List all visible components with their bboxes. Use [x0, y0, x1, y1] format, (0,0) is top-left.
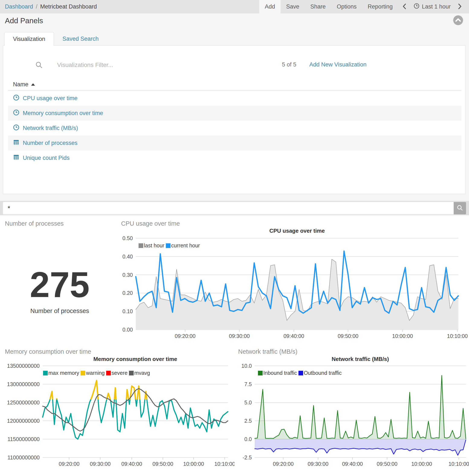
visualizations-list: CPU usage over time Memory consumption o… — [8, 91, 461, 165]
chevron-left-icon — [402, 3, 407, 10]
options-menu-button[interactable]: Options — [331, 0, 362, 14]
svg-text:09:40:00: 09:40:00 — [121, 461, 142, 467]
legend-swatch — [299, 371, 303, 376]
time-forward-button[interactable] — [454, 0, 466, 14]
svg-text:09:50:00: 09:50:00 — [338, 333, 358, 339]
svg-text:13000000000: 13000000000 — [7, 381, 40, 387]
clock-icon — [13, 109, 19, 117]
panel-title: CPU usage over time — [121, 220, 180, 227]
table-icon — [13, 154, 19, 162]
svg-text:13500000000: 13500000000 — [7, 363, 40, 369]
panel-memory-consumption: Memory consumption over time 13500000000… — [0, 345, 234, 476]
add-panels-section: Add Panels Visualization Saved Search 5 … — [0, 14, 469, 201]
svg-text:2.5: 2.5 — [244, 418, 252, 424]
visualization-row-label: Network traffic (MB/s) — [23, 125, 78, 131]
network-traffic-chart: 10.07.55.02.50.0-2.509:20:0009:30:0009:4… — [234, 345, 469, 476]
svg-text:0.10: 0.10 — [122, 308, 133, 314]
top-menu: Add Save Share Options Reporting Last 1 … — [259, 0, 469, 14]
timepicker-button[interactable]: Last 1 hour — [411, 0, 454, 14]
legend-label: warning — [86, 370, 105, 376]
svg-text:10.0: 10.0 — [241, 363, 252, 369]
svg-text:Memory consumption over time: Memory consumption over time — [93, 356, 177, 362]
legend-item[interactable]: max memory — [43, 370, 79, 376]
visualization-row-memory-consumption[interactable]: Memory consumption over time — [8, 106, 461, 121]
legend-swatch — [43, 371, 48, 376]
svg-text:0.40: 0.40 — [122, 254, 133, 260]
breadcrumb-dashboard-link[interactable]: Dashboard — [5, 3, 33, 10]
save-menu-button[interactable]: Save — [281, 0, 305, 14]
svg-text:0.50: 0.50 — [122, 235, 133, 241]
collapse-panel-button[interactable] — [453, 15, 463, 25]
chevron-up-icon — [455, 18, 461, 22]
legend-label: current hour — [171, 243, 200, 249]
dashboard-grid: Number of processes 275 Number of proces… — [0, 215, 469, 476]
svg-text:0.00: 0.00 — [122, 327, 133, 333]
legend-item[interactable]: current hour — [166, 243, 200, 249]
name-column-header[interactable]: Name — [8, 79, 461, 91]
add-menu-button[interactable]: Add — [259, 0, 281, 14]
breadcrumb: Dashboard / Metricbeat Dashboard — [0, 0, 97, 14]
visualization-row-label: Memory consumption over time — [23, 110, 103, 116]
tab-saved-search[interactable]: Saved Search — [54, 32, 107, 45]
visualization-row-number-of-processes[interactable]: Number of processes — [8, 135, 461, 150]
svg-text:09:20:00: 09:20:00 — [59, 461, 80, 467]
svg-text:12000000000: 12000000000 — [7, 418, 40, 424]
svg-text:09:20:00: 09:20:00 — [175, 333, 196, 339]
svg-text:0.20: 0.20 — [122, 290, 133, 296]
panel-network-traffic: Network traffic (MB/s) 10.07.55.02.50.0-… — [234, 345, 469, 476]
cpu-chart-svg: 0.500.400.300.200.100.0009:20:0009:30:00… — [119, 217, 469, 342]
panel-title: Memory consumption over time — [5, 348, 91, 355]
legend-swatch — [129, 371, 134, 376]
legend-item[interactable]: last hour — [139, 243, 164, 249]
svg-text:10:10:00: 10:10:00 — [449, 461, 469, 467]
svg-text:5.0: 5.0 — [244, 399, 252, 406]
time-backward-button[interactable] — [398, 0, 411, 14]
reporting-menu-button[interactable]: Reporting — [362, 0, 398, 14]
legend-label: Outbound traffic — [304, 370, 341, 376]
breadcrumb-separator: / — [36, 3, 37, 10]
memory-chart-svg: 1350000000013000000000125000000001200000… — [0, 345, 234, 476]
svg-text:-2.5: -2.5 — [243, 455, 252, 460]
visualizations-table: Name CPU usage over time Memory consumpt… — [8, 79, 461, 165]
tab-visualization[interactable]: Visualization — [4, 32, 54, 46]
share-menu-button[interactable]: Share — [305, 0, 331, 14]
legend-label: last hour — [144, 243, 164, 249]
legend-item[interactable]: severe — [106, 370, 128, 376]
visualizations-filter-input[interactable] — [57, 59, 194, 71]
name-header-label: Name — [13, 81, 28, 88]
legend-label: Inbound traffic — [263, 370, 297, 376]
memory-legend: max memorywarningseveremvavg — [43, 370, 151, 376]
visualization-row-unique-count-pids[interactable]: Unique count Pids — [8, 150, 461, 165]
svg-text:7.5: 7.5 — [244, 381, 252, 387]
clock-icon — [13, 94, 19, 102]
visualization-row-cpu-usage[interactable]: CPU usage over time — [8, 91, 461, 106]
query-input[interactable] — [3, 202, 454, 214]
svg-text:10:10:00: 10:10:00 — [215, 461, 234, 467]
query-search-button[interactable] — [454, 202, 466, 214]
legend-label: mvavg — [134, 370, 150, 376]
visualization-finder: 5 of 5 Add New Visualization Name CPU us… — [3, 45, 466, 194]
svg-text:10:10:00: 10:10:00 — [447, 333, 468, 339]
legend-item[interactable]: warning — [81, 370, 105, 376]
svg-text:09:30:00: 09:30:00 — [308, 461, 328, 467]
svg-text:11500000000: 11500000000 — [7, 436, 40, 442]
panel-title: Number of processes — [5, 220, 64, 227]
visualization-row-label: Number of processes — [23, 140, 78, 146]
legend-swatch — [139, 243, 143, 248]
cpu-usage-chart: 0.500.400.300.200.100.0009:20:0009:30:00… — [119, 217, 469, 343]
legend-item[interactable]: mvavg — [129, 370, 150, 376]
svg-text:09:50:00: 09:50:00 — [377, 461, 397, 467]
chevron-right-icon — [457, 3, 462, 10]
svg-text:09:30:00: 09:30:00 — [229, 333, 250, 339]
legend-item[interactable]: Inbound traffic — [258, 370, 297, 376]
legend-swatch — [166, 243, 170, 248]
visualization-row-label: CPU usage over time — [23, 95, 78, 102]
legend-swatch — [106, 371, 111, 376]
legend-label: severe — [112, 370, 128, 376]
add-new-visualization-link[interactable]: Add New Visualization — [309, 61, 367, 68]
add-panels-tabs: Visualization Saved Search — [4, 32, 107, 45]
legend-swatch — [81, 371, 85, 376]
table-icon — [13, 139, 19, 147]
legend-item[interactable]: Outbound traffic — [299, 370, 341, 376]
visualization-row-network-traffic[interactable]: Network traffic (MB/s) — [8, 121, 461, 135]
